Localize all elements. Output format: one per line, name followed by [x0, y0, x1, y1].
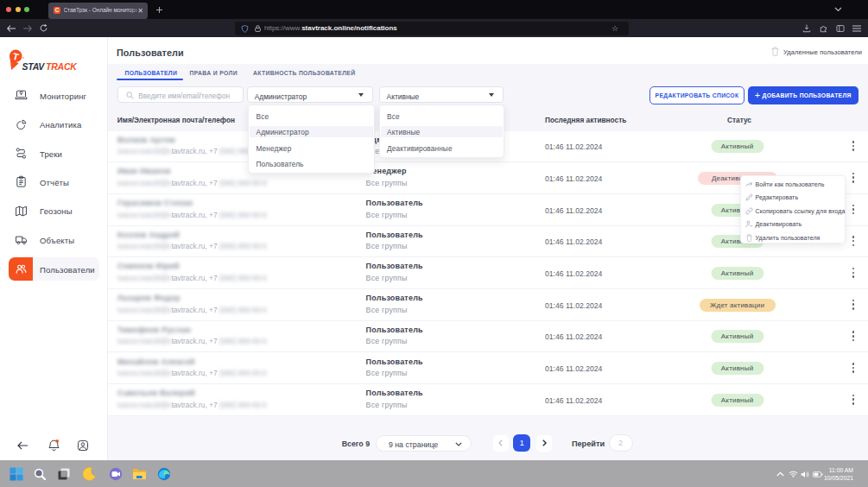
- svg-text:TRACK: TRACK: [46, 61, 78, 72]
- svg-text:STAV: STAV: [22, 61, 46, 72]
